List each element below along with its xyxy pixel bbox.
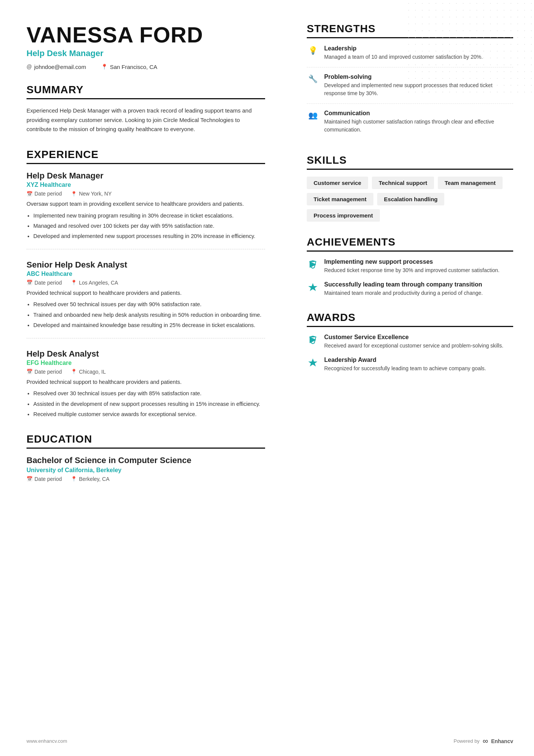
strength-name-2: Problem-solving: [324, 74, 513, 80]
calendar-icon-edu: 📅: [27, 476, 33, 482]
edu-location: 📍 Berkeley, CA: [71, 476, 109, 482]
location-contact: 📍 San Francisco, CA: [101, 64, 157, 70]
award-icon-2: [307, 357, 319, 369]
email-value: johndoe@email.com: [34, 64, 86, 70]
strengths-title: STRENGTHS: [307, 23, 513, 38]
candidate-title: Help Desk Manager: [27, 49, 265, 58]
skills-title: SKILLS: [307, 154, 513, 170]
page-footer: www.enhancv.com Powered by ∞ Enhancv: [27, 737, 513, 745]
achievement-content-2: Successfully leading team through compan…: [324, 281, 483, 297]
job-date-1: 📅 Date period: [27, 191, 62, 197]
bullet-2-1: Resolved over 50 technical issues per da…: [33, 300, 265, 308]
skill-process-improvement: Process improvement: [307, 209, 380, 222]
job-meta-3: 📅 Date period 📍 Chicago, IL: [27, 369, 265, 375]
bullet-2-3: Developed and maintained knowledge base …: [33, 321, 265, 329]
header-section: VANESSA FORD Help Desk Manager @ johndoe…: [27, 23, 265, 70]
bullet-3-1: Resolved over 30 technical issues per da…: [33, 389, 265, 398]
edu-location-text: Berkeley, CA: [79, 476, 109, 482]
award-item-1: Customer Service Excellence Received awa…: [307, 334, 513, 350]
bullet-1-3: Developed and implemented new support pr…: [33, 232, 265, 240]
edu-degree: Bachelor of Science in Computer Science: [27, 455, 265, 465]
date-text-1: Date period: [34, 191, 62, 197]
strengths-section: STRENGTHS 💡 Leadership Managed a team of…: [307, 23, 513, 140]
company-2: ABC Healthcare: [27, 271, 265, 277]
left-column: VANESSA FORD Help Desk Manager @ johndoe…: [0, 0, 288, 756]
exp-divider-2: [27, 338, 265, 338]
email-icon: @: [27, 64, 32, 70]
achievement-content-1: Implementing new support processes Reduc…: [324, 258, 500, 274]
awards-section: AWARDS Customer Service Excellence Recei…: [307, 311, 513, 373]
location-icon: 📍: [101, 64, 108, 70]
job-location-3: 📍 Chicago, IL: [71, 369, 106, 375]
calendar-icon-2: 📅: [27, 280, 33, 285]
achievement-desc-1: Reduced ticket response time by 30% and …: [324, 266, 500, 274]
resume-page: VANESSA FORD Help Desk Manager @ johndoe…: [0, 0, 534, 756]
pin-icon-edu: 📍: [71, 476, 77, 482]
communication-icon: 👥: [307, 110, 319, 122]
skill-team-management: Team management: [438, 177, 503, 189]
pin-icon-2: 📍: [71, 280, 77, 285]
skill-ticket-management: Ticket management: [307, 193, 373, 205]
edu-school: University of California, Berkeley: [27, 467, 265, 474]
strength-name-3: Communication: [324, 110, 513, 117]
strength-desc-2: Developed and implemented new support pr…: [324, 81, 513, 97]
award-item-2: Leadership Award Recognized for successf…: [307, 357, 513, 373]
award-desc-2: Recognized for successfully leading team…: [324, 365, 486, 373]
award-content-1: Customer Service Excellence Received awa…: [324, 334, 503, 350]
edu-date-text: Date period: [34, 476, 62, 482]
strength-desc-1: Managed a team of 10 and improved custom…: [324, 53, 483, 61]
bullet-1-2: Managed and resolved over 100 tickets pe…: [33, 222, 265, 230]
job-desc-1: Oversaw support team in providing excell…: [27, 200, 265, 208]
awards-title: AWARDS: [307, 311, 513, 327]
svg-marker-0: [308, 283, 317, 291]
achievement-item-2: Successfully leading team through compan…: [307, 281, 513, 297]
job-desc-3: Provided technical support to healthcare…: [27, 378, 265, 386]
footer-website: www.enhancv.com: [27, 738, 67, 744]
strength-name-1: Leadership: [324, 45, 483, 52]
award-name-1: Customer Service Excellence: [324, 334, 503, 341]
strength-content-3: Communication Maintained high customer s…: [324, 110, 513, 134]
date-text-3: Date period: [34, 369, 62, 375]
job-title-1: Help Desk Manager: [27, 171, 265, 181]
job-date-3: 📅 Date period: [27, 369, 62, 375]
location-value: San Francisco, CA: [110, 64, 157, 70]
powered-by-text: Powered by: [454, 738, 480, 744]
job-bullets-2: Resolved over 50 technical issues per da…: [27, 300, 265, 329]
education-section: EDUCATION Bachelor of Science in Compute…: [27, 433, 265, 482]
skills-grid: Customer service Technical support Team …: [307, 177, 513, 222]
calendar-icon-1: 📅: [27, 191, 33, 197]
location-text-1: New York, NY: [79, 191, 111, 197]
award-icon-1: [307, 334, 319, 346]
pin-icon-3: 📍: [71, 369, 77, 374]
strength-item-3: 👥 Communication Maintained high customer…: [307, 110, 513, 140]
location-text-2: Los Angeles, CA: [79, 280, 118, 286]
edu-meta: 📅 Date period 📍 Berkeley, CA: [27, 476, 265, 482]
brand-name: Enhancv: [491, 738, 513, 744]
bullet-3-2: Assisted in the development of new suppo…: [33, 400, 265, 408]
bullet-3-3: Received multiple customer service award…: [33, 410, 265, 418]
achievement-item-1: Implementing new support processes Reduc…: [307, 258, 513, 274]
job-item-1: Help Desk Manager XYZ Healthcare 📅 Date …: [27, 171, 265, 249]
edu-date: 📅 Date period: [27, 476, 62, 482]
strength-desc-3: Maintained high customer satisfaction ra…: [324, 118, 513, 134]
pin-icon-1: 📍: [71, 191, 77, 197]
job-bullets-3: Resolved over 30 technical issues per da…: [27, 389, 265, 418]
bullet-1-1: Implemented new training program resulti…: [33, 211, 265, 220]
achievement-name-1: Implementing new support processes: [324, 258, 500, 265]
award-desc-1: Received award for exceptional customer …: [324, 342, 503, 350]
date-text-2: Date period: [34, 280, 62, 286]
job-title-3: Help Desk Analyst: [27, 349, 265, 359]
summary-text: Experienced Help Desk Manager with a pro…: [27, 106, 265, 134]
job-bullets-1: Implemented new training program resulti…: [27, 211, 265, 241]
skill-escalation-handling: Escalation handling: [377, 193, 445, 205]
email-contact: @ johndoe@email.com: [27, 64, 86, 70]
right-column: STRENGTHS 💡 Leadership Managed a team of…: [288, 0, 534, 756]
job-location-2: 📍 Los Angeles, CA: [71, 280, 118, 286]
job-desc-2: Provided technical support to healthcare…: [27, 289, 265, 297]
skill-customer-service: Customer service: [307, 177, 368, 189]
exp-divider-1: [27, 249, 265, 249]
award-content-2: Leadership Award Recognized for successf…: [324, 357, 486, 373]
location-text-3: Chicago, IL: [79, 369, 106, 375]
achievement-icon-2: [307, 281, 319, 293]
award-name-2: Leadership Award: [324, 357, 486, 363]
